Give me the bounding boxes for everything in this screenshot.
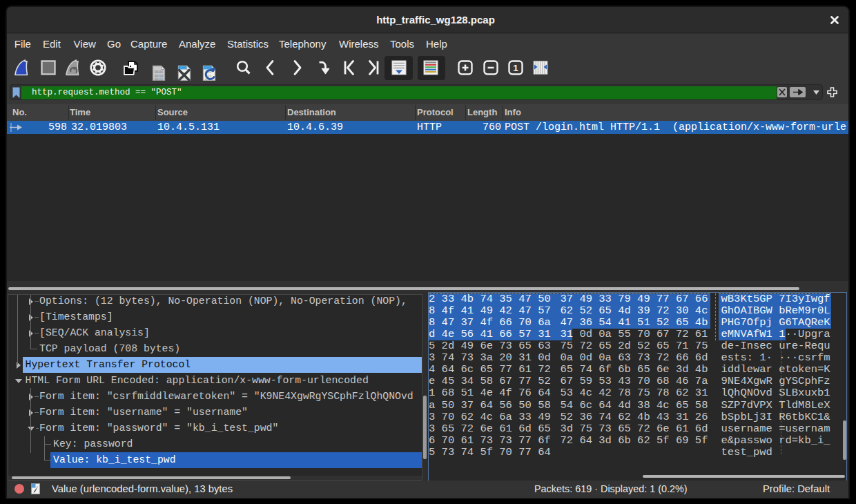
svg-text:1: 1 [513,63,518,73]
